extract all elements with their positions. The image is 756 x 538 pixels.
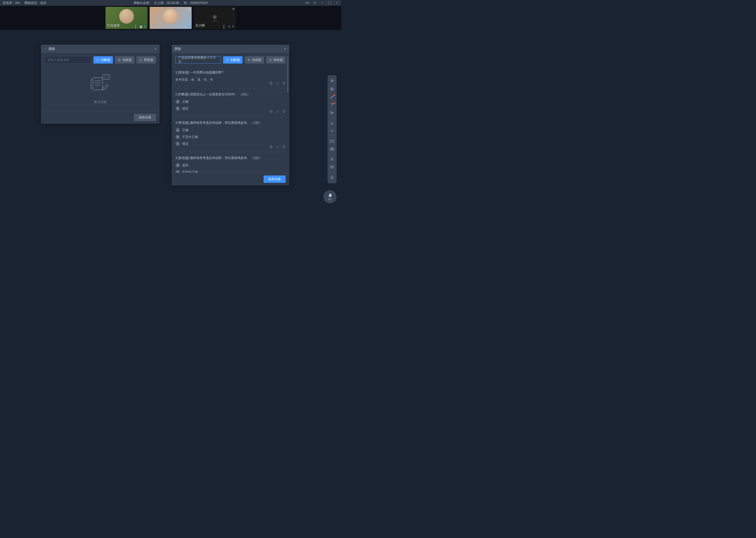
panel-title: 测验 — [48, 46, 55, 51]
option-bubble[interactable]: A — [175, 99, 180, 104]
panel-title: 测验 — [174, 46, 181, 51]
scrollbar-thumb[interactable] — [287, 56, 288, 93]
user-tool-icon[interactable] — [328, 155, 337, 163]
svg-rect-13 — [233, 26, 234, 27]
add-short-button[interactable]: 简答题 — [266, 56, 286, 64]
target-icon — [183, 25, 187, 28]
move-icon[interactable] — [269, 81, 273, 85]
toolbox-icon[interactable] — [328, 145, 337, 153]
pen-tool-icon[interactable] — [328, 93, 337, 101]
chat-tool-icon[interactable] — [328, 163, 337, 171]
packet-loss-label: 丢包率：0% — [3, 1, 20, 5]
edit-icon[interactable] — [276, 81, 279, 85]
save-quiz-button[interactable]: 保存试卷 — [263, 176, 286, 183]
close-window-icon[interactable] — [335, 1, 339, 5]
add-judge-button[interactable]: 判断题 — [223, 56, 243, 64]
signal-icon — [135, 25, 139, 28]
mic-icon — [231, 25, 235, 28]
video-name-label: 王小明 — [195, 24, 205, 28]
add-choice-button[interactable]: 选择题 — [115, 56, 134, 64]
move-icon[interactable] — [269, 110, 273, 114]
signal-icon — [224, 25, 227, 28]
raise-hand-icon — [139, 25, 143, 28]
question-item: 2 [判断题] 我国宪法上一次更新是在2020年。 （2分） A正确 B错误 — [175, 88, 286, 117]
laser-tool-icon[interactable] — [328, 127, 337, 135]
mic-icon — [187, 25, 191, 28]
back-icon[interactable] — [44, 47, 47, 50]
video-tile-student[interactable]: ✕ Nina — [150, 7, 192, 29]
svg-rect-35 — [269, 59, 272, 61]
svg-rect-41 — [330, 148, 334, 150]
folder-tool-icon[interactable] — [328, 137, 337, 145]
option-bubble[interactable]: B — [175, 106, 180, 111]
quiz-name-input[interactable] — [45, 56, 91, 64]
mic-muted-icon — [228, 25, 231, 28]
svg-rect-32 — [226, 59, 229, 61]
question-item: 3 [单选题] 施华洛世奇是反华品牌，所以梁鼎琪反华。 （2分） A正确 B不完… — [175, 117, 286, 152]
empty-illustration-icon — [88, 74, 112, 94]
edit-icon[interactable] — [276, 110, 279, 114]
question-title: 1 [简答题] 一年四季分别是哪四季? — [175, 71, 286, 75]
question-title: 3 [单选题] 施华洛世奇是反华品牌，所以梁鼎琪反华。 （2分） — [175, 121, 286, 125]
network-label: 网络状态：良好 — [24, 1, 46, 5]
video-tile-student-off[interactable]: ✕ 王小明 — [194, 7, 236, 29]
fullscreen-icon[interactable] — [328, 1, 331, 5]
hand-count: 0/2 — [328, 198, 332, 201]
top-bar: 丢包率：0% 网络状态：良好 神秘大自然 已上课：02:34:09 ID：202… — [0, 0, 341, 6]
svg-rect-22 — [93, 78, 103, 90]
scissors-tool-icon[interactable] — [328, 109, 337, 117]
question-title: 4 [多选题] 施华洛世奇是反华品牌，所以梁鼎琪反华。 （2分） — [175, 156, 286, 160]
settings-icon[interactable] — [313, 1, 316, 5]
tile-close-icon[interactable]: ✕ — [188, 7, 191, 11]
svg-rect-8 — [189, 26, 190, 27]
tile-close-icon[interactable]: ✕ — [232, 7, 235, 11]
svg-point-42 — [331, 158, 333, 159]
svg-rect-0 — [306, 2, 308, 4]
camera-off-icon — [210, 13, 219, 23]
add-judge-button[interactable]: 判断题 — [93, 56, 113, 64]
option-bubble[interactable]: B — [175, 170, 180, 173]
option-bubble[interactable]: C — [175, 141, 180, 146]
session-id-label: ID：2020070324 — [184, 1, 208, 5]
raise-hand-button[interactable]: 0/2 — [323, 190, 337, 203]
move-tool-icon[interactable] — [328, 85, 337, 93]
svg-point-40 — [332, 131, 333, 131]
option-bubble[interactable]: B — [175, 134, 180, 139]
camera-toggle-icon[interactable] — [306, 1, 309, 5]
add-choice-button[interactable]: 选择题 — [245, 56, 264, 64]
delete-icon[interactable] — [282, 145, 286, 149]
empty-text: 暂无试题 — [94, 100, 107, 104]
add-short-button[interactable]: 简答题 — [136, 56, 156, 64]
side-toolbar — [328, 75, 337, 183]
bell-tool-icon[interactable] — [328, 173, 337, 181]
edit-icon[interactable] — [276, 145, 279, 149]
question-answer: 参考答案：春、夏、秋、冬 — [175, 78, 286, 82]
video-strip: 叮当老师 ✕ Nina ✕ 王小明 — [0, 6, 341, 30]
minimize-icon[interactable] — [320, 1, 324, 5]
class-title: 神秘大自然 — [134, 1, 149, 5]
close-icon[interactable] — [283, 47, 287, 50]
save-quiz-button[interactable]: 保存试卷 — [134, 114, 156, 121]
delete-icon[interactable] — [282, 110, 286, 114]
close-icon[interactable] — [154, 47, 157, 50]
svg-point-29 — [107, 77, 108, 78]
svg-rect-16 — [97, 59, 99, 61]
option-bubble[interactable]: A — [175, 128, 180, 133]
option-bubble[interactable]: A — [175, 163, 180, 168]
video-name-label: Nina — [151, 24, 158, 28]
elapsed-time-label: 已上课：02:34:09 — [154, 1, 179, 5]
eraser-tool-icon[interactable] — [328, 119, 337, 127]
quiz-panel-empty: 测验 判断题 选择题 简答题 — [41, 45, 160, 124]
quiz-name-display[interactable]: 产品说试卷名称最多十六个字 — [175, 56, 221, 64]
video-tile-teacher[interactable]: 叮当老师 — [106, 7, 148, 29]
cursor-tool-icon[interactable] — [328, 77, 337, 85]
delete-icon[interactable] — [282, 81, 286, 85]
question-item: 1 [简答题] 一年四季分别是哪四季? 参考答案：春、夏、秋、冬 — [175, 67, 286, 88]
svg-point-1 — [314, 2, 315, 3]
text-tool-icon[interactable] — [328, 101, 337, 109]
move-icon[interactable] — [269, 145, 273, 149]
svg-rect-5 — [145, 26, 145, 27]
video-name-label: 叮当老师 — [107, 24, 120, 28]
svg-point-28 — [106, 77, 107, 78]
svg-point-7 — [185, 27, 185, 27]
